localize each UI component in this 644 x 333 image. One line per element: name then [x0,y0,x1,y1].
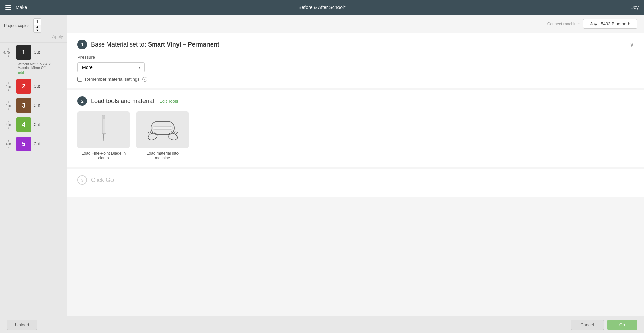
info-icon[interactable]: i [142,77,147,82]
step3-number: 3 [77,175,87,185]
material-height-3: ↑ 4 in ↓ [3,101,13,111]
tool-card-2: Load material into machine [136,111,189,160]
content-topbar: Connect machine: Joy : 5493 Bluetooth [67,15,644,33]
copies-spinner: 1 ▲ ▼ [33,18,42,33]
material-action-3: Cut [34,103,40,108]
content-area: Connect machine: Joy : 5493 Bluetooth 1 … [67,15,644,316]
svg-line-8 [150,131,151,133]
tool2-label: Load material into machine [139,151,186,160]
load-machine-icon [146,115,180,145]
material-action-2: Cut [34,84,40,89]
material-swatch-2: 2 [16,79,31,94]
material-item-2: ↑ 4 in ↓ 2 Cut [0,77,67,96]
material-height-5: ↑ 4 in ↓ [3,139,13,149]
svg-line-7 [148,132,149,134]
connect-machine-label: Connect machine: [547,22,580,26]
cancel-button[interactable]: Cancel [571,320,604,330]
tool-card-1: Load Fine-Point Blade in clamp [77,111,130,160]
material-swatch-3: 3 [16,98,31,113]
step3-title: Click Go [91,177,114,184]
steps-container: 1 Base Material set to: Smart Vinyl – Pe… [67,33,644,316]
pressure-select[interactable]: Default More Less [77,62,145,72]
material-action-4: Cut [34,122,40,127]
svg-rect-1 [103,116,105,119]
menu-icon[interactable] [5,5,11,10]
step2-number: 2 [77,96,87,106]
apply-button[interactable]: Apply [4,34,63,39]
svg-line-10 [154,131,154,134]
step2-section: 2 Load tools and material Edit Tools [67,90,644,167]
copies-up-button[interactable]: ▲ [34,25,41,29]
material-height-1: ↑ 4.75 in ↓ [3,48,13,57]
make-label: Make [15,5,27,10]
step3-header: 3 Click Go [77,175,634,185]
unload-button[interactable]: Unload [7,320,37,330]
connect-machine-button[interactable]: Joy : 5493 Bluetooth [583,19,637,29]
material-height-2: ↑ 4 in ↓ [3,82,13,91]
svg-line-12 [176,132,178,134]
go-button[interactable]: Go [607,320,637,330]
material-info-1: Without Mat, 5.5 x 4.75 Material, Mirror… [0,62,67,70]
copies-down-button[interactable]: ▼ [34,29,41,32]
svg-line-15 [171,131,171,134]
svg-rect-3 [102,133,106,134]
main-layout: Project copies: 1 ▲ ▼ Apply ↑ 4.75 in ↓ … [0,15,644,316]
footer-right: Cancel Go [571,320,637,330]
remember-row: Remember material settings i [77,77,634,82]
footer: Unload Cancel Go [0,316,644,333]
step2-header: 2 Load tools and material Edit Tools [77,96,634,106]
pressure-select-wrap: Default More Less ▼ [77,62,145,72]
material-item-3: ↑ 4 in ↓ 3 Cut [0,96,67,115]
blade-icon [94,115,114,145]
pressure-label: Pressure [77,55,634,60]
project-title: Before & After School* [298,5,345,10]
remember-checkbox[interactable] [77,77,82,82]
svg-line-14 [173,131,173,133]
step3-section: 3 Click Go [67,169,644,197]
step2-title: Load tools and material [91,98,154,105]
sidebar: Project copies: 1 ▲ ▼ Apply ↑ 4.75 in ↓ … [0,15,67,316]
edit-tools-link[interactable]: Edit Tools [159,99,178,104]
copies-arrows: ▲ ▼ [34,25,41,32]
copies-value: 1 [34,19,41,25]
step1-section: 1 Base Material set to: Smart Vinyl – Pe… [67,33,644,88]
machine-image [136,111,189,148]
svg-line-9 [152,131,153,133]
remember-label: Remember material settings [85,77,140,82]
project-copies-label: Project copies: [4,23,31,28]
material-swatch-5: 5 [16,137,31,151]
step1-chevron[interactable]: ∨ [630,41,634,48]
step1-header: 1 Base Material set to: Smart Vinyl – Pe… [77,40,634,49]
material-height-4: ↑ 4 in ↓ [3,120,13,130]
blade-image [77,111,130,148]
svg-rect-16 [153,127,173,129]
material-edit-1[interactable]: Edit [0,70,67,77]
user-label: Joy [631,5,639,10]
step1-title: Base Material set to: Smart Vinyl – Perm… [91,41,219,48]
svg-marker-2 [103,134,104,141]
step1-number: 1 [77,40,87,49]
material-item-4: ↑ 4 in ↓ 4 Cut [0,115,67,134]
material-item-1: ↑ 4.75 in ↓ 1 Cut Without Mat, 5.5 x 4.7… [0,42,67,77]
material-action-5: Cut [34,142,40,146]
material-item-5: ↑ 4 in ↓ 5 Cut [0,134,67,153]
material-swatch-1: 1 [16,45,31,60]
header: Make Before & After School* Joy [0,0,644,15]
svg-line-13 [174,131,175,133]
material-swatch-4: 4 [16,117,31,132]
tools-images: Load Fine-Point Blade in clamp [77,111,634,160]
material-action-1: Cut [34,50,40,55]
project-copies-row: Project copies: 1 ▲ ▼ [0,15,67,34]
tool1-label: Load Fine-Point Blade in clamp [80,151,127,160]
